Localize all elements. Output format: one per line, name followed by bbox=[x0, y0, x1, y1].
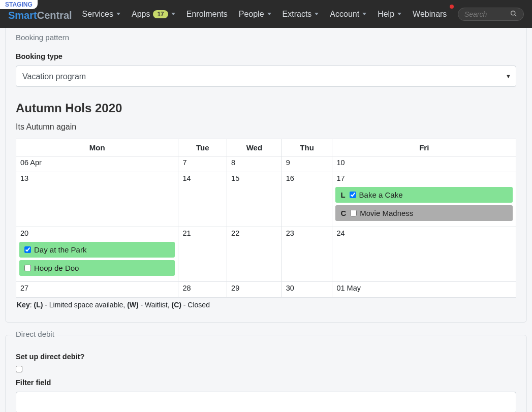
cal-cell[interactable]: 06 Apr bbox=[16, 156, 178, 172]
key-l-text: - Limited space available, bbox=[43, 301, 127, 309]
nav-account[interactable]: Account bbox=[330, 10, 366, 19]
search-icon bbox=[510, 10, 517, 18]
nav-webinars-label: Webinars bbox=[413, 10, 447, 19]
event-label: Bake a Cake bbox=[359, 191, 403, 199]
nav-webinars[interactable]: Webinars bbox=[413, 10, 447, 19]
search-input[interactable] bbox=[464, 10, 510, 18]
cal-date: 15 bbox=[230, 174, 278, 184]
brand-part2: Central bbox=[37, 10, 72, 21]
event-day-at-the-park[interactable]: Day at the Park bbox=[19, 242, 175, 258]
cal-head-fri: Fri bbox=[332, 139, 516, 156]
event-checkbox[interactable] bbox=[24, 265, 31, 271]
cal-head-tue: Tue bbox=[178, 139, 227, 156]
chevron-down-icon bbox=[397, 13, 401, 15]
cal-cell[interactable]: 21 bbox=[178, 227, 227, 282]
booking-type-select[interactable]: Vacation program bbox=[16, 66, 516, 87]
cal-head-thu: Thu bbox=[281, 139, 332, 156]
event-movie-madness[interactable]: C Movie Madness bbox=[335, 205, 513, 221]
cal-date: 01 May bbox=[335, 284, 513, 294]
chevron-down-icon bbox=[171, 13, 175, 15]
cal-cell[interactable]: 14 bbox=[178, 172, 227, 227]
cal-date: 23 bbox=[285, 229, 329, 239]
calendar-key: Key: (L) - Limited space available, (W) … bbox=[16, 298, 516, 309]
nav-services[interactable]: Services bbox=[82, 10, 120, 19]
brand-logo[interactable]: SmartCentral bbox=[8, 10, 72, 21]
nav-enrolments[interactable]: Enrolments bbox=[186, 10, 228, 19]
event-hoop-de-doo[interactable]: Hoop de Doo bbox=[19, 260, 175, 276]
cal-date: 14 bbox=[181, 174, 224, 184]
nav-extracts-label: Extracts bbox=[283, 10, 312, 19]
nav-help-label: Help bbox=[378, 10, 394, 19]
key-w-text: - Waitlist, bbox=[139, 301, 172, 309]
key-l-code: (L) bbox=[34, 301, 43, 309]
cal-cell[interactable]: 22 bbox=[227, 227, 282, 282]
cal-cell[interactable]: 16 bbox=[281, 172, 332, 227]
nav-account-label: Account bbox=[330, 10, 359, 19]
cal-date: 20 bbox=[19, 229, 175, 239]
cal-head-wed: Wed bbox=[227, 139, 282, 156]
apps-count-badge: 17 bbox=[153, 10, 168, 18]
event-bake-a-cake[interactable]: L Bake a Cake bbox=[335, 187, 513, 203]
cal-cell[interactable]: 01 May bbox=[332, 282, 516, 298]
nav-help[interactable]: Help bbox=[378, 10, 401, 19]
cal-cell[interactable]: 23 bbox=[281, 227, 332, 282]
top-navbar: STAGING SmartCentral Services Apps 17 En… bbox=[0, 0, 532, 28]
cal-cell[interactable]: 27 bbox=[16, 282, 178, 298]
direct-debit-section: Direct debit Set up direct debit? Filter… bbox=[5, 335, 527, 412]
cal-date: 13 bbox=[19, 174, 175, 184]
program-subtitle: Its Autumn again bbox=[16, 122, 516, 132]
direct-debit-legend: Direct debit bbox=[13, 330, 57, 338]
cal-cell[interactable]: 10 bbox=[332, 156, 516, 172]
cal-cell[interactable]: 17 L Bake a Cake C Movie Madness bbox=[332, 172, 516, 227]
nav-services-label: Services bbox=[82, 10, 113, 19]
event-label: Hoop de Doo bbox=[34, 264, 79, 272]
booking-type-label: Booking type bbox=[16, 52, 516, 60]
cal-date: 24 bbox=[335, 229, 513, 239]
key-w-code: (W) bbox=[127, 301, 139, 309]
svg-line-1 bbox=[515, 14, 516, 16]
cal-cell[interactable]: 20 Day at the Park Hoop de Doo bbox=[16, 227, 178, 282]
event-flag: L bbox=[340, 191, 345, 199]
nav-enrolments-label: Enrolments bbox=[186, 10, 228, 19]
notification-dot-icon bbox=[450, 5, 454, 9]
chevron-down-icon bbox=[362, 13, 366, 15]
booking-pattern-legend: Booking pattern bbox=[13, 33, 72, 42]
cal-cell[interactable]: 15 bbox=[227, 172, 282, 227]
cal-date: 29 bbox=[230, 284, 278, 294]
cal-date: 21 bbox=[181, 229, 224, 239]
booking-type-select-wrap: Vacation program ▼ bbox=[16, 66, 516, 87]
nav-apps[interactable]: Apps 17 bbox=[132, 10, 175, 19]
cal-date: 7 bbox=[181, 159, 224, 169]
event-checkbox[interactable] bbox=[24, 246, 31, 253]
cal-cell[interactable]: 13 bbox=[16, 172, 178, 227]
key-prefix: Key bbox=[17, 301, 30, 309]
filter-field-label: Filter field bbox=[16, 378, 516, 387]
event-flag: C bbox=[340, 209, 346, 217]
cal-date: 16 bbox=[285, 174, 329, 184]
svg-point-0 bbox=[511, 11, 515, 15]
cal-date: 22 bbox=[230, 229, 278, 239]
cal-cell[interactable]: 29 bbox=[227, 282, 282, 298]
chevron-down-icon bbox=[116, 13, 120, 15]
filter-field-input[interactable] bbox=[16, 392, 516, 412]
cal-cell[interactable]: 8 bbox=[227, 156, 282, 172]
event-checkbox[interactable] bbox=[350, 210, 357, 216]
chevron-down-icon bbox=[267, 13, 271, 15]
event-label: Day at the Park bbox=[34, 245, 86, 254]
cal-cell[interactable]: 28 bbox=[178, 282, 227, 298]
event-checkbox[interactable] bbox=[350, 192, 356, 198]
cal-cell[interactable]: 24 bbox=[332, 227, 516, 282]
cal-date: 17 bbox=[335, 174, 513, 184]
env-badge: STAGING bbox=[0, 0, 38, 9]
nav-apps-label: Apps bbox=[132, 10, 150, 19]
setup-direct-debit-checkbox[interactable] bbox=[16, 366, 22, 372]
calendar-table: Mon Tue Wed Thu Fri 06 Apr 7 8 9 10 bbox=[16, 139, 516, 298]
search-box[interactable] bbox=[458, 8, 524, 21]
cal-cell[interactable]: 9 bbox=[281, 156, 332, 172]
cal-cell[interactable]: 30 bbox=[281, 282, 332, 298]
nav-people[interactable]: People bbox=[239, 10, 271, 19]
nav-extracts[interactable]: Extracts bbox=[283, 10, 319, 19]
booking-pattern-section: Booking pattern Booking type Vacation pr… bbox=[5, 28, 527, 323]
cal-cell[interactable]: 7 bbox=[178, 156, 227, 172]
brand-part1: Smart bbox=[8, 10, 37, 21]
